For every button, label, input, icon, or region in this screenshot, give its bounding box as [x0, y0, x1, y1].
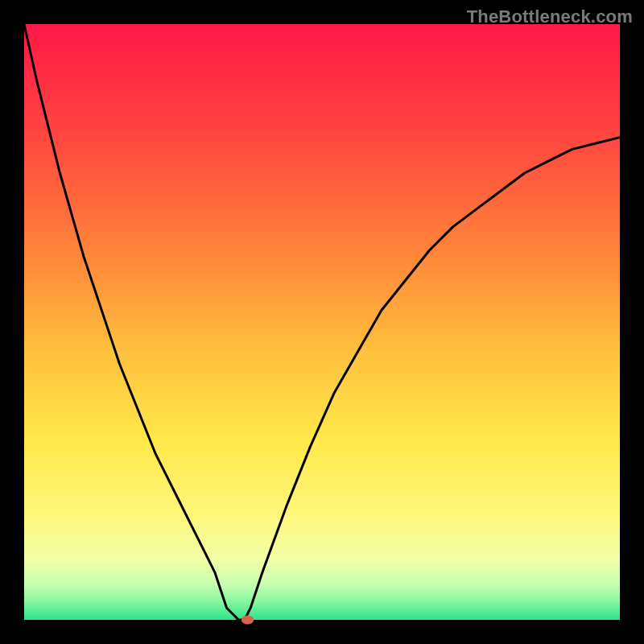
chart-canvas	[0, 0, 644, 644]
chart-frame: TheBottleneck.com	[0, 0, 644, 644]
